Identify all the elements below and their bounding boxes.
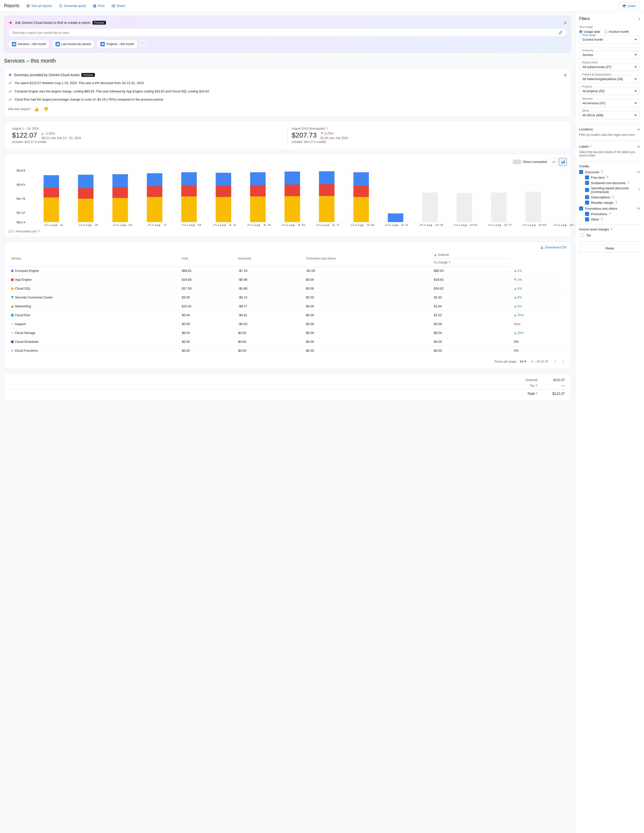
- sustained-help-icon[interactable]: ?: [628, 181, 630, 185]
- free-tiers-checkbox[interactable]: [585, 175, 589, 179]
- reseller-help-icon[interactable]: ?: [615, 201, 617, 204]
- chip-services-month[interactable]: Services – this month: [8, 40, 50, 48]
- change-cell: 4%: [514, 286, 564, 290]
- spending-based-checkbox[interactable]: [585, 188, 589, 192]
- invoice-charges-help-icon[interactable]: ?: [610, 228, 612, 231]
- group-by-select[interactable]: Service: [579, 51, 640, 59]
- thumbs-up-button[interactable]: 👍: [33, 106, 40, 113]
- other-item[interactable]: Other ?: [585, 217, 640, 221]
- chart-container: $8 $6 $4 $2 $0: [8, 168, 567, 228]
- show-cumulative-toggle[interactable]: Show cumulative: [513, 159, 547, 164]
- svg-rect-59: [388, 214, 403, 222]
- chip-projects-month[interactable]: Projects – this month: [97, 40, 138, 48]
- service-cell: ★Cloud Storage: [8, 328, 179, 338]
- table-row: Compute Engine $88.81 -$7.18 -$1.00 $80.…: [8, 266, 567, 275]
- line-chart-button[interactable]: [550, 158, 558, 166]
- skus-select[interactable]: All SKUs (408): [579, 111, 640, 119]
- spending-based-item[interactable]: Spending based discounts (contractual) ?: [585, 186, 640, 194]
- bar-chart-button[interactable]: [559, 158, 567, 166]
- time-range-radio-group: Usage date Invoice month: [579, 30, 640, 34]
- service-cell: Security Command Center: [8, 293, 179, 302]
- subaccounts-select[interactable]: All subaccounts (27): [579, 63, 640, 71]
- free-tiers-item[interactable]: Free tiers ?: [585, 175, 640, 179]
- reseller-margin-item[interactable]: Reseller margin ?: [585, 201, 640, 204]
- top-navigation: Reports See all reports Generate query P…: [0, 0, 644, 12]
- next-page-button[interactable]: ›: [560, 358, 567, 365]
- invoice-charges-items: Tax: [579, 233, 640, 237]
- chips-next-button[interactable]: ›: [140, 40, 146, 46]
- services-select[interactable]: All services (47): [579, 99, 640, 107]
- forecast-help-icon-chart[interactable]: ?: [38, 230, 40, 233]
- folders-select[interactable]: All folders/organizations (28): [579, 75, 640, 83]
- share-button[interactable]: Share: [108, 2, 128, 9]
- other-checkbox[interactable]: [585, 217, 589, 221]
- usage-date-radio[interactable]: Usage date: [579, 30, 601, 34]
- share-icon: [111, 4, 115, 8]
- col-promotions: Promotions and others: [303, 251, 431, 266]
- subscriptions-item[interactable]: Subscriptions ?: [585, 195, 640, 199]
- discounts-checkbox[interactable]: [579, 170, 583, 174]
- change-help-icon[interactable]: ?: [449, 261, 451, 264]
- tax-checkbox[interactable]: [580, 233, 584, 237]
- sustained-use-item[interactable]: Sustained use discounts ?: [585, 181, 640, 185]
- rows-per-page-select[interactable]: 10 25 50: [518, 359, 527, 363]
- promotions-checkbox-row[interactable]: Promotions and others: [579, 206, 640, 211]
- promotions-cell: -$1.00: [303, 266, 431, 275]
- reseller-margin-checkbox[interactable]: [585, 201, 589, 204]
- invoice-charges-label-row: Invoice level charges ?: [579, 227, 640, 231]
- free-tiers-help-icon[interactable]: ?: [607, 176, 608, 179]
- download-csv-button[interactable]: Download CSV: [540, 246, 567, 249]
- gemini-input[interactable]: [12, 31, 559, 34]
- see-all-reports-button[interactable]: See all reports: [23, 2, 55, 9]
- change-cell: 0%: [514, 349, 519, 352]
- trend-icon-2: [8, 90, 12, 95]
- spending-help-icon[interactable]: ?: [638, 188, 640, 192]
- promotions-help-icon[interactable]: ?: [609, 212, 611, 215]
- table-row: ★Support $0.59 -$0.03 $0.00 $0.56 New: [8, 320, 567, 328]
- labels-help-icon[interactable]: ?: [589, 145, 591, 148]
- skus-section: SKUs All SKUs (408): [579, 111, 640, 119]
- thumbs-down-button[interactable]: 👎: [42, 106, 49, 113]
- svg-rect-7: [94, 6, 95, 7]
- tax-help-icon[interactable]: ?: [536, 384, 537, 388]
- promotions-others-checkbox[interactable]: [579, 206, 583, 211]
- promotions-cell: $0.00: [303, 320, 431, 328]
- gemini-input-row[interactable]: [8, 28, 567, 37]
- invoice-month-radio[interactable]: Invoice month: [604, 30, 629, 34]
- forecast-help-icon[interactable]: ?: [326, 127, 328, 130]
- discounts-help-icon[interactable]: ?: [601, 170, 603, 174]
- projects-select[interactable]: All projects (55): [579, 87, 640, 95]
- learn-button[interactable]: Learn: [618, 2, 640, 10]
- svg-rect-42: [181, 185, 197, 196]
- time-range-select[interactable]: Current month: [579, 35, 640, 43]
- tax-charge-item[interactable]: Tax: [580, 233, 640, 237]
- labels-expand-button[interactable]: Labels ?: [579, 144, 640, 150]
- col-subtotal[interactable]: Subtotal: [431, 251, 511, 259]
- generate-query-button[interactable]: Generate query: [56, 2, 89, 9]
- other-help-icon[interactable]: ?: [601, 218, 603, 221]
- svg-rect-16: [562, 162, 562, 163]
- svg-line-12: [113, 6, 114, 6]
- total-help-icon[interactable]: ?: [536, 392, 537, 395]
- tax-row: Tax ? —: [10, 383, 565, 388]
- print-button[interactable]: Print: [90, 2, 108, 9]
- prev-page-button[interactable]: ‹: [552, 358, 559, 365]
- promotions-checkbox[interactable]: [585, 212, 589, 216]
- sustained-use-checkbox[interactable]: [585, 181, 589, 185]
- page-nav: ‹ ›: [552, 358, 567, 365]
- reset-button[interactable]: Reset: [579, 244, 640, 252]
- subscriptions-help-icon[interactable]: ?: [612, 195, 614, 199]
- promotions-item[interactable]: Promotions ?: [585, 212, 640, 216]
- chip-last-invoice[interactable]: Last invoice by service: [52, 40, 95, 48]
- subscriptions-checkbox[interactable]: [585, 195, 589, 199]
- col-service: Service: [8, 251, 179, 266]
- filters-collapse-button[interactable]: ›: [638, 16, 640, 21]
- collapse-gemini-button[interactable]: ∧: [564, 20, 567, 26]
- cost-cell: $19.60: [179, 275, 235, 284]
- collapse-summary-button[interactable]: ∧: [564, 72, 567, 78]
- download-row: Download CSV: [8, 246, 567, 249]
- locations-expand-button[interactable]: Locations: [579, 126, 640, 132]
- discounts-checkbox-row[interactable]: Discounts ?: [579, 170, 640, 174]
- cumulative-switch[interactable]: [513, 159, 522, 164]
- cost-cell: $5.94: [179, 311, 235, 320]
